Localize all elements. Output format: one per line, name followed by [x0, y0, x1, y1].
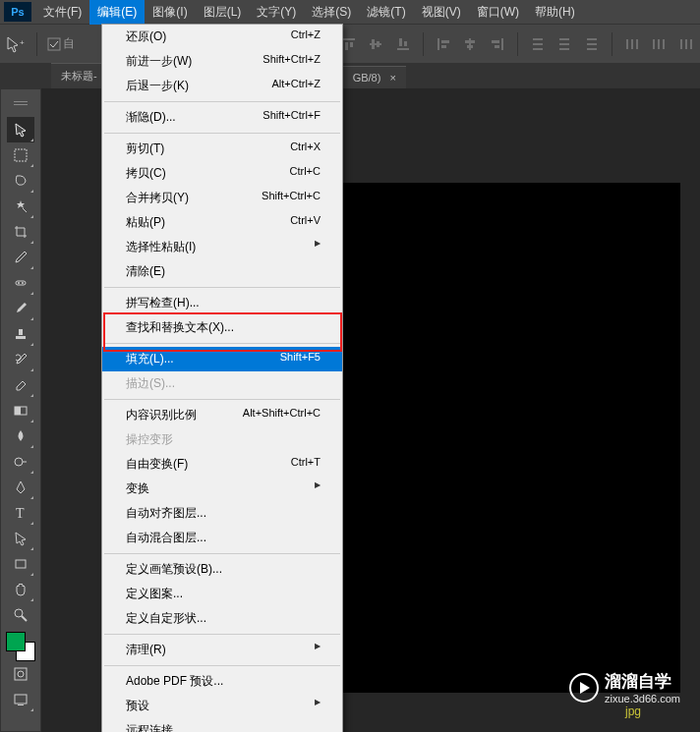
- healing-tool[interactable]: [7, 270, 34, 296]
- menu-edit[interactable]: 编辑(E): [89, 0, 145, 25]
- distribute-top-icon[interactable]: [528, 32, 548, 56]
- svg-line-41: [23, 208, 27, 212]
- menu-item[interactable]: 剪切(T)Ctrl+X: [102, 137, 342, 161]
- menu-separator: [104, 665, 340, 666]
- menu-item[interactable]: Adobe PDF 预设...: [102, 669, 342, 694]
- menu-item[interactable]: 内容识别比例Alt+Shift+Ctrl+C: [102, 403, 342, 427]
- eraser-tool[interactable]: [7, 372, 34, 398]
- svg-rect-52: [16, 560, 26, 568]
- align-bottom-icon[interactable]: [393, 32, 413, 56]
- gradient-tool[interactable]: [7, 398, 34, 423]
- menu-item[interactable]: 还原(O)Ctrl+Z: [102, 25, 342, 49]
- menu-item[interactable]: 定义图案...: [102, 582, 342, 606]
- menu-item[interactable]: 变换: [102, 477, 342, 501]
- menu-item[interactable]: 操控变形: [102, 427, 342, 452]
- blur-tool[interactable]: [7, 423, 34, 449]
- menu-item[interactable]: 定义自定形状...: [102, 606, 342, 631]
- quick-mask-tool[interactable]: [7, 661, 34, 687]
- path-selection-tool[interactable]: [7, 526, 34, 551]
- document-tab[interactable]: GB/8) ×: [343, 66, 406, 88]
- type-tool[interactable]: T: [7, 500, 34, 526]
- rectangle-tool[interactable]: [7, 551, 34, 577]
- svg-rect-9: [399, 38, 402, 46]
- eyedropper-tool[interactable]: [7, 245, 34, 270]
- dodge-tool[interactable]: [7, 449, 34, 475]
- lasso-tool[interactable]: [7, 168, 34, 194]
- close-tab-icon[interactable]: ×: [389, 72, 395, 84]
- svg-rect-25: [559, 48, 569, 50]
- document-tab-label: 未标题-: [61, 70, 97, 82]
- menu-image[interactable]: 图像(I): [145, 0, 195, 25]
- menu-item[interactable]: 定义画笔预设(B)...: [102, 557, 342, 582]
- color-swatches[interactable]: [6, 632, 35, 661]
- menu-item-label: 剪切(T): [126, 141, 164, 157]
- move-tool[interactable]: [7, 117, 34, 142]
- distribute-bottom-icon[interactable]: [582, 32, 602, 56]
- auto-select-checkbox[interactable]: 自: [47, 35, 75, 52]
- align-left-icon[interactable]: [434, 32, 453, 56]
- crop-tool[interactable]: [7, 219, 34, 245]
- brush-tool[interactable]: [7, 296, 34, 321]
- menu-item-shortcut: Shift+Ctrl+F: [262, 109, 321, 126]
- menu-type[interactable]: 文字(Y): [249, 0, 304, 25]
- distribute-vcenter-icon[interactable]: [554, 32, 574, 56]
- history-brush-tool[interactable]: [7, 347, 34, 372]
- svg-rect-18: [492, 40, 499, 43]
- svg-rect-38: [14, 101, 28, 102]
- stamp-tool[interactable]: [7, 321, 34, 347]
- toolbox-handle[interactable]: [7, 91, 34, 117]
- menu-item[interactable]: 合并拷贝(Y)Shift+Ctrl+C: [102, 186, 342, 210]
- menu-item[interactable]: 前进一步(W)Shift+Ctrl+Z: [102, 49, 342, 74]
- document-tab[interactable]: 未标题-: [51, 63, 107, 88]
- menu-item-shortcut: Ctrl+T: [291, 456, 321, 473]
- svg-rect-16: [467, 45, 473, 48]
- distribute-left-icon[interactable]: [622, 32, 642, 56]
- menu-view[interactable]: 视图(V): [414, 0, 469, 25]
- menu-item[interactable]: 拷贝(C)Ctrl+C: [102, 161, 342, 186]
- menu-file[interactable]: 文件(F): [35, 0, 89, 25]
- align-vcenter-icon[interactable]: [366, 32, 385, 56]
- align-hcenter-icon[interactable]: [460, 32, 480, 56]
- menu-filter[interactable]: 滤镜(T): [359, 0, 413, 25]
- menu-window[interactable]: 窗口(W): [469, 0, 527, 25]
- align-right-icon[interactable]: [488, 32, 507, 56]
- menu-item[interactable]: 选择性粘贴(I): [102, 235, 342, 259]
- menu-layer[interactable]: 图层(L): [196, 0, 250, 25]
- magic-wand-tool[interactable]: [7, 194, 34, 219]
- menu-item[interactable]: 自动混合图层...: [102, 526, 342, 550]
- menu-item[interactable]: 粘贴(P)Ctrl+V: [102, 210, 342, 235]
- current-tool-icon[interactable]: +: [4, 30, 27, 58]
- menu-item[interactable]: 远程连接...: [102, 718, 342, 732]
- zoom-tool[interactable]: [7, 602, 34, 628]
- app-logo: Ps: [4, 2, 31, 22]
- screen-mode-tool[interactable]: [7, 687, 34, 712]
- svg-line-54: [22, 616, 27, 621]
- pen-tool[interactable]: [7, 475, 34, 500]
- menu-help[interactable]: 帮助(H): [527, 0, 583, 25]
- menu-item-label: 远程连接...: [126, 722, 183, 732]
- menu-item[interactable]: 自由变换(F)Ctrl+T: [102, 452, 342, 477]
- marquee-tool[interactable]: [7, 142, 34, 168]
- menu-item-label: 自动对齐图层...: [126, 505, 206, 522]
- menu-item[interactable]: 渐隐(D)...Shift+Ctrl+F: [102, 105, 342, 130]
- menu-item[interactable]: 清除(E): [102, 259, 342, 284]
- menu-item[interactable]: 清理(R): [102, 638, 342, 662]
- menu-item-label: 操控变形: [126, 431, 173, 448]
- hand-tool[interactable]: [7, 577, 34, 602]
- menu-item[interactable]: 描边(S)...: [102, 371, 342, 396]
- menu-item[interactable]: 自动对齐图层...: [102, 501, 342, 526]
- menu-item-shortcut: Shift+Ctrl+Z: [262, 53, 321, 70]
- separator: [36, 32, 37, 56]
- distribute-right-icon[interactable]: [676, 32, 696, 56]
- canvas[interactable]: [342, 183, 680, 693]
- menu-item[interactable]: 预设: [102, 694, 342, 718]
- distribute-hcenter-icon[interactable]: [650, 32, 670, 56]
- menu-item[interactable]: 后退一步(K)Alt+Ctrl+Z: [102, 74, 342, 98]
- menu-select[interactable]: 选择(S): [304, 0, 359, 25]
- menu-item[interactable]: 查找和替换文本(X)...: [102, 315, 342, 340]
- menu-item-label: 查找和替换文本(X)...: [126, 319, 234, 336]
- foreground-color-swatch[interactable]: [6, 632, 26, 651]
- menu-item[interactable]: 拼写检查(H)...: [102, 291, 342, 315]
- menu-item[interactable]: 填充(L)...Shift+F5: [102, 347, 342, 371]
- menu-item-label: 填充(L)...: [126, 351, 174, 367]
